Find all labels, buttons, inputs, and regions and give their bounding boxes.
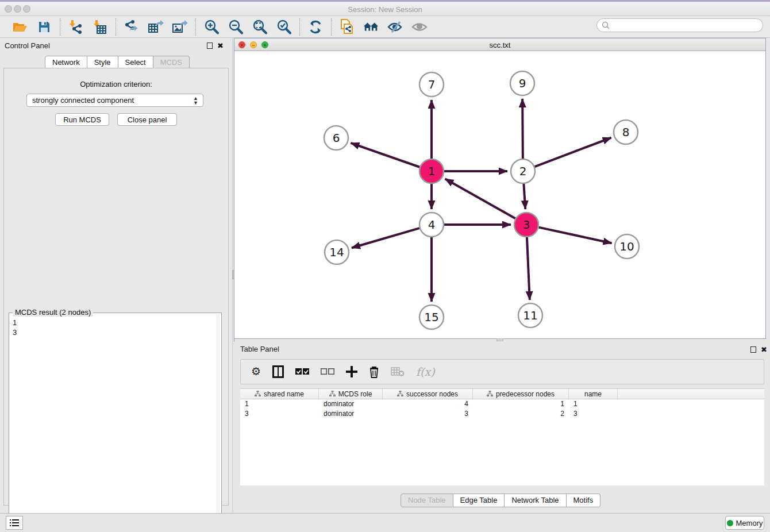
column-label: name [584,390,602,398]
table-row[interactable]: 1dominator411 [240,399,764,409]
optimization-criterion-select[interactable]: strongly connected component ▲▼ [26,94,203,107]
edge-3-10[interactable] [538,228,611,244]
float-panel-icon[interactable] [207,43,213,49]
close-table-panel-icon[interactable]: ✖ [761,345,767,354]
cell[interactable]: dominator [319,399,383,409]
cell[interactable]: 1 [569,399,618,409]
duplicate-network-icon[interactable] [339,19,355,35]
mcds-panel: Optimization criterion: strongly connect… [3,68,229,506]
edge-1-6[interactable] [351,143,419,167]
edge-3-11[interactable] [527,237,530,300]
table-body: 1dominator4113dominator323 [240,399,764,485]
column-header-MCDS-role[interactable]: MCDS role [319,389,383,399]
export-table-icon[interactable] [148,19,164,35]
close-panel-icon[interactable]: ✖ [217,41,224,50]
run-mcds-button[interactable]: Run MCDS [55,113,109,126]
network-window-titlebar[interactable]: ✕ − + scc.txt [234,38,765,51]
cell[interactable]: 1 [473,399,569,409]
cell[interactable]: 3 [569,409,618,419]
edge-3-1[interactable] [445,179,515,218]
import-network-icon[interactable] [68,19,84,35]
zoom-out-icon[interactable] [228,19,244,35]
attribute-tree-icon [397,391,403,397]
memory-status-icon [727,520,733,526]
attribute-tree-icon [255,391,261,397]
column-label: successor nodes [406,390,458,398]
table-tabs: Node TableEdge TableNetwork TableMotifs [401,494,600,507]
select-all-columns-icon[interactable] [295,364,309,379]
delete-columns-icon[interactable] [369,364,379,379]
hide-selected-eye-icon[interactable] [387,19,403,35]
export-image-icon[interactable] [172,19,188,35]
tab-motifs[interactable]: Motifs [567,494,601,507]
cell[interactable]: 3 [383,409,473,419]
import-table-icon[interactable] [92,19,108,35]
column-header-successor-nodes[interactable]: successor nodes [383,389,473,399]
column-header-predecessor-nodes[interactable]: predecessor nodes [473,389,569,399]
close-panel-button[interactable]: Close panel [117,113,177,126]
export-network-icon[interactable] [124,19,140,35]
delete-table-icon [391,364,405,379]
status-bar: Memory [0,513,770,532]
mcds-result-legend: MCDS result (2 nodes) [13,308,93,317]
control-panel: Control Panel ✖ NetworkStyleSelectMCDS O… [0,38,232,513]
column-header-name[interactable]: name [569,389,618,399]
show-columns-icon[interactable] [272,364,284,379]
network-view-window: ✕ − + scc.txt 1234678910111415 [234,38,766,339]
show-all-eye-icon[interactable] [411,19,428,35]
cell[interactable]: 3 [240,409,319,419]
list-icon [10,519,19,527]
search-field[interactable] [596,18,763,32]
zoom-selected-icon[interactable] [276,19,292,35]
node-label-11: 11 [523,309,537,322]
save-session-icon[interactable] [36,19,52,35]
unselect-all-columns-icon[interactable] [321,364,334,379]
zoom-in-icon[interactable] [203,19,220,35]
column-header-shared-name[interactable]: shared name [240,389,319,399]
float-table-panel-icon[interactable] [750,346,756,353]
tab-network-table[interactable]: Network Table [505,494,566,507]
function-builder-icon: f(x) [416,364,435,379]
edge-2-8[interactable] [535,138,611,167]
edge-2-3[interactable] [523,184,525,209]
attribute-tree-icon [487,391,493,397]
network-graph[interactable]: 1234678910111415 [234,51,765,338]
search-icon [602,21,610,29]
control-panel-title: Control Panel [5,41,50,50]
node-label-2: 2 [519,164,527,178]
open-file-icon[interactable] [12,19,28,35]
edge-2-9[interactable] [522,99,523,159]
node-label-10: 10 [619,240,634,253]
mcds-result-scrollbar[interactable] [216,314,220,529]
refresh-icon[interactable] [307,19,324,35]
node-label-15: 15 [424,310,438,324]
node-label-9: 9 [519,76,526,90]
optimization-criterion-label: Optimization criterion: [4,80,228,88]
cell[interactable]: dominator [319,409,383,419]
table-toolbar: ⚙ f(x) [240,359,764,384]
cell[interactable]: 2 [473,409,569,419]
mcds-result-values: 1 3 [13,318,17,337]
table-settings-icon[interactable]: ⚙ [251,364,261,379]
node-label-1: 1 [428,164,436,178]
node-table: shared nameMCDS rolesuccessor nodesprede… [240,388,764,485]
node-label-4: 4 [428,218,436,232]
edge-4-14[interactable] [352,228,419,248]
task-history-button[interactable] [6,516,23,530]
cell[interactable]: 4 [383,399,473,409]
memory-button[interactable]: Memory [725,516,764,530]
node-label-8: 8 [622,125,630,139]
tab-edge-table[interactable]: Edge Table [453,494,505,507]
zoom-fit-icon[interactable] [252,19,268,35]
table-panel-title: Table Panel [240,345,279,353]
optimization-criterion-value: strongly connected component [32,96,134,105]
add-column-icon[interactable] [346,364,357,379]
table-panel: Table Panel ✖ ⚙ f(x) shared nameMCDS rol… [234,342,770,513]
table-row[interactable]: 3dominator323 [240,409,764,419]
column-label: shared name [264,390,304,398]
tab-node-table[interactable]: Node Table [401,494,453,507]
horizontal-splitter-handle[interactable] [496,338,503,341]
cell[interactable]: 1 [240,399,319,409]
network-overview-icon[interactable] [363,19,379,35]
node-label-14: 14 [329,245,344,259]
